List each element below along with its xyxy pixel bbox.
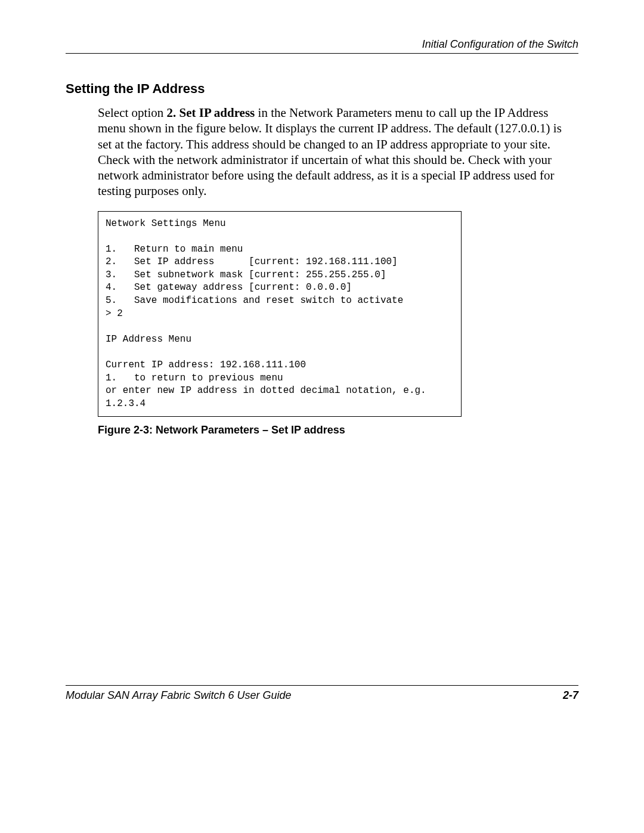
footer-row: Modular SAN Array Fabric Switch 6 User G…: [66, 689, 578, 702]
body-paragraph: Select option 2. Set IP address in the N…: [98, 105, 578, 199]
figure-caption: Figure 2-3: Network Parameters – Set IP …: [98, 424, 578, 436]
footer-doc-title: Modular SAN Array Fabric Switch 6 User G…: [66, 689, 291, 702]
section-heading: Setting the IP Address: [66, 81, 578, 97]
footer-page-number: 2-7: [563, 689, 578, 702]
terminal-output: Network Settings Menu 1. Return to main …: [98, 211, 462, 417]
running-header: Initial Configuration of the Switch: [66, 38, 578, 54]
para-bold-option: 2. Set IP address: [166, 106, 255, 120]
page: Initial Configuration of the Switch Sett…: [0, 0, 644, 833]
para-prefix: Select option: [98, 106, 166, 120]
running-title-text: Initial Configuration of the Switch: [422, 38, 578, 50]
page-footer: Modular SAN Array Fabric Switch 6 User G…: [66, 685, 578, 702]
